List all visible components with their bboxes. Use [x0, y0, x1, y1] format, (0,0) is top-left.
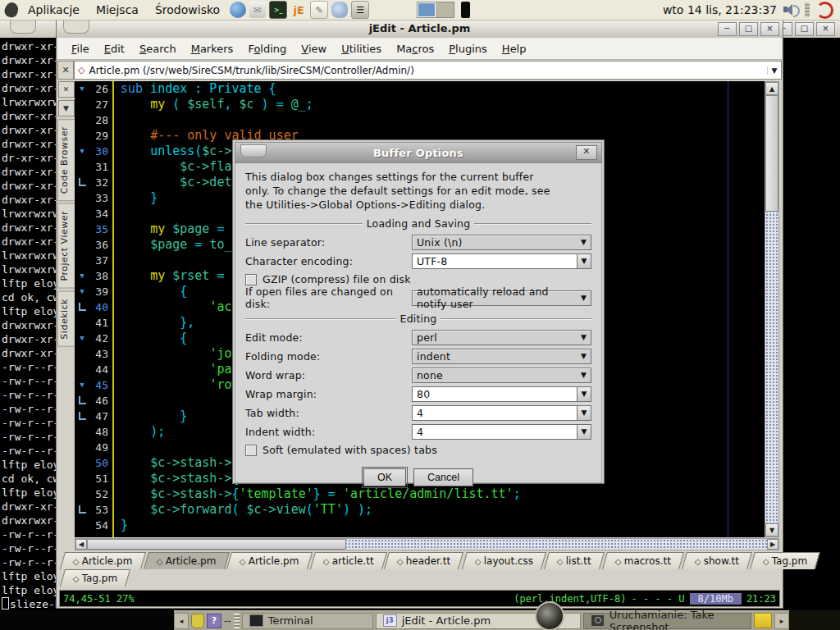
combo-dropdown-arrow-icon[interactable]: ▼ — [577, 386, 591, 402]
fold-gutter[interactable] — [75, 346, 89, 362]
dialog-titlebar[interactable]: Buffer Options ✕ — [235, 142, 602, 163]
combo-dropdown-arrow-icon[interactable]: ▼ — [581, 238, 591, 246]
scroll-right-arrow[interactable]: ▶ — [767, 539, 778, 550]
combo-text-field[interactable]: 4 — [412, 405, 577, 421]
dock-close-icon[interactable]: ✕ — [58, 81, 75, 98]
dock-button-code-browser[interactable]: Code Browser — [57, 119, 75, 201]
task-screenshot-launching[interactable]: Uruchamianie: Take Screenshot — [583, 613, 751, 629]
tools-launcher-icon[interactable] — [331, 2, 348, 18]
fold-gutter[interactable] — [75, 315, 89, 331]
combo-text-field[interactable]: UTF-8 — [412, 253, 577, 269]
jedit-maximize-button[interactable]: □ — [739, 22, 758, 36]
fold-gutter[interactable] — [75, 409, 89, 424]
fold-gutter[interactable] — [75, 502, 89, 518]
editable-combo[interactable]: 4▼ — [412, 405, 591, 421]
menu-file[interactable]: File — [64, 40, 97, 57]
help-icon[interactable]: ? — [207, 614, 221, 628]
mail-launcher-icon[interactable]: ✉ — [249, 2, 266, 18]
dialog-window-menu-icon[interactable] — [240, 144, 267, 158]
combo-dropdown-arrow-icon[interactable]: ▼ — [581, 352, 591, 360]
cancel-button[interactable]: Cancel — [413, 468, 473, 486]
ok-button[interactable]: OK — [363, 468, 406, 486]
editable-combo[interactable]: 4▼ — [412, 424, 591, 440]
menu-srodowisko[interactable]: Środowisko — [148, 2, 226, 18]
terminal-close-button[interactable]: × — [816, 22, 835, 36]
buffer-tab-article.pm[interactable]: ◇ Article.pm — [143, 552, 229, 569]
fold-gutter[interactable] — [75, 533, 89, 537]
vertical-scroll-thumb[interactable] — [765, 95, 778, 212]
buffer-tab-show.tt[interactable]: ◇ show.tt — [682, 552, 752, 569]
fold-gutter[interactable] — [75, 440, 89, 455]
fold-gutter[interactable]: ▼ — [75, 377, 89, 393]
combo-box[interactable]: none▼ — [412, 368, 591, 383]
workspace-2[interactable] — [436, 2, 454, 17]
taskbar-grip[interactable] — [234, 614, 240, 628]
menu-help[interactable]: Help — [495, 40, 534, 57]
jedit-launcher-icon[interactable]: jE — [290, 2, 307, 18]
buffer-close-button[interactable]: ✕ — [57, 61, 74, 80]
fold-gutter[interactable] — [75, 97, 89, 112]
combo-box[interactable]: Unix (\n)▼ — [412, 235, 591, 250]
cabinet-launcher-icon[interactable]: ☰ — [351, 1, 369, 19]
horizontal-scrollbar[interactable]: ◀ ▶ — [75, 538, 779, 550]
menu-markers[interactable]: Markers — [184, 40, 241, 57]
fold-gutter[interactable] — [75, 362, 89, 377]
fold-gutter[interactable] — [75, 455, 89, 471]
buffer-tab-tag.pm[interactable]: ◇ Tag.pm — [750, 552, 820, 569]
plug-icon[interactable] — [191, 614, 204, 628]
fold-gutter[interactable] — [75, 128, 89, 144]
fold-gutter[interactable] — [75, 393, 89, 409]
panel-expand-arrow[interactable]: ▸ — [774, 613, 789, 629]
fold-gutter[interactable] — [75, 237, 89, 253]
fold-gutter[interactable] — [75, 175, 89, 190]
dock-chevron-down-icon[interactable]: ▼ — [58, 100, 75, 116]
fold-gutter[interactable]: ▼ — [75, 268, 89, 284]
fold-gutter[interactable] — [75, 299, 89, 315]
buffer-dropdown-arrow-icon[interactable]: ▼ — [767, 66, 781, 75]
terminal-window-menu-icon[interactable] — [10, 20, 36, 34]
fold-gutter[interactable]: ▼ — [75, 81, 89, 97]
editable-combo[interactable]: 80▼ — [412, 386, 591, 402]
fold-gutter[interactable]: ▼ — [75, 144, 89, 159]
horizontal-scroll-thumb[interactable] — [87, 539, 346, 550]
jedit-titlebar[interactable]: jEdit - Article.pm − □ × — [57, 21, 783, 39]
combo-dropdown-arrow-icon[interactable]: ▼ — [577, 424, 591, 440]
buffer-tab-layout.css[interactable]: ◇ layout.css — [462, 552, 546, 569]
scroll-up-arrow[interactable]: ▲ — [765, 82, 778, 95]
combo-dropdown-arrow-icon[interactable]: ▼ — [581, 294, 591, 302]
buffer-tab-macros.tt[interactable]: ◇ macros.tt — [601, 552, 683, 569]
combo-box[interactable]: indent▼ — [412, 349, 591, 364]
menu-macros[interactable]: Macros — [389, 40, 441, 57]
menu-folding[interactable]: Folding — [240, 40, 294, 57]
fold-gutter[interactable]: ▼ — [75, 284, 89, 299]
dialog-close-icon[interactable]: ✕ — [576, 145, 597, 160]
menu-utilities[interactable]: Utilities — [334, 40, 389, 57]
combo-dropdown-arrow-icon[interactable]: ▼ — [577, 253, 591, 269]
buffer-tab-list.tt[interactable]: ◇ list.tt — [544, 552, 605, 569]
buffer-tab-tag.pm[interactable]: ◇ Tag.pm — [60, 569, 130, 587]
panel-applet-bar[interactable] — [461, 2, 470, 18]
menu-aplikacje[interactable]: Aplikacje — [21, 2, 86, 18]
menu-edit[interactable]: Edit — [97, 40, 132, 57]
fold-gutter[interactable] — [75, 518, 89, 533]
dock-button-project-viewer[interactable]: Project Viewer — [57, 203, 75, 289]
notes-launcher-icon[interactable]: ✎ — [310, 1, 328, 19]
terminal-launcher-icon[interactable]: >_ — [269, 1, 287, 19]
editable-combo[interactable]: UTF-8▼ — [412, 253, 591, 269]
fold-gutter[interactable] — [75, 159, 89, 175]
menu-plugins[interactable]: Plugins — [441, 40, 495, 57]
menu-search[interactable]: Search — [132, 40, 184, 57]
vertical-scrollbar[interactable]: ▲ ▼ — [765, 81, 779, 537]
scroll-left-arrow[interactable]: ◀ — [75, 539, 87, 550]
browser-launcher-icon[interactable] — [230, 2, 246, 18]
panel-clock[interactable]: wto 14 lis, 21:23:37 — [663, 3, 777, 16]
panel-grip[interactable] — [805, 2, 810, 17]
sticky-note-icon[interactable] — [754, 613, 772, 628]
jedit-close-button[interactable]: × — [760, 22, 779, 36]
buffer-tab-header.tt[interactable]: ◇ header.tt — [384, 552, 463, 569]
panel-hide-arrow[interactable]: ◂ — [174, 613, 189, 629]
workspace-1[interactable] — [418, 2, 436, 17]
scroll-down-arrow[interactable]: ▼ — [765, 523, 778, 536]
buffer-selector[interactable]: ◇ Article.pm (/srv/web/SireCSM/trunk/lib… — [74, 61, 782, 80]
fold-gutter[interactable] — [75, 206, 89, 221]
